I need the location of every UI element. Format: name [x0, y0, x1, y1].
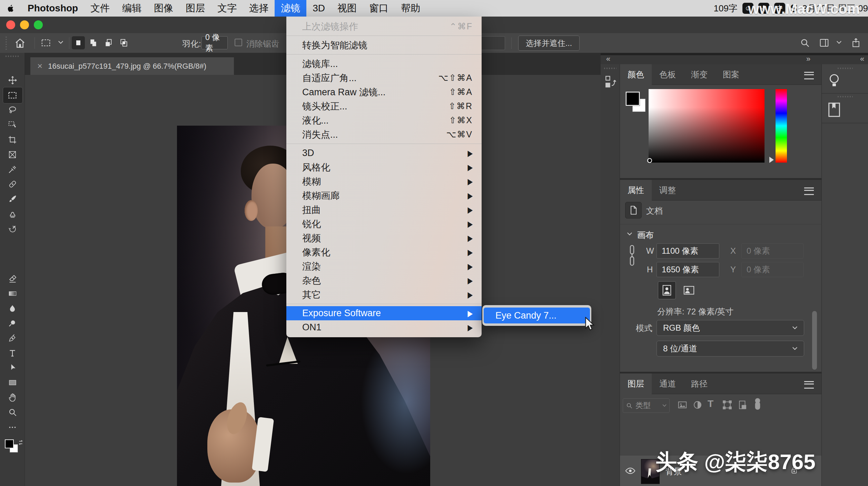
saturation-brightness-picker[interactable]	[649, 89, 765, 163]
antialias-checkbox[interactable]	[235, 39, 242, 46]
landscape-orientation-button[interactable]	[680, 281, 698, 299]
apple-menu[interactable]	[0, 0, 21, 17]
foreground-color-swatch[interactable]	[5, 439, 14, 448]
dock-gripper[interactable]	[604, 68, 617, 69]
tool-preset-chevron-icon[interactable]	[58, 41, 63, 44]
layers-panel-tab[interactable]: 通道	[652, 373, 683, 394]
expand-panels-icon[interactable]: »	[806, 55, 810, 64]
menu-bar-item[interactable]: 文件	[84, 0, 116, 17]
spot-healing-brush-tool[interactable]	[0, 177, 25, 192]
document-tab[interactable]: × 16sucai_p577c191_479.jpg @ 66.7%(RGB/8…	[30, 57, 234, 75]
workspace-chevron-icon[interactable]	[836, 41, 842, 44]
bit-depth-select[interactable]: 8 位/通道	[657, 341, 804, 357]
filter-menu-item[interactable]: 自适应广角... ⌥⇧⌘A ▶	[286, 71, 482, 85]
color-panel-tab[interactable]: 图案	[715, 64, 747, 85]
filter-menu-item[interactable]: Camera Raw 滤镜... ⇧⌘A ▶	[286, 85, 482, 99]
y-input[interactable]: 0 像素	[741, 262, 803, 277]
color-panel-tab[interactable]: 渐变	[683, 64, 715, 85]
filter-menu-item[interactable]: ON1 ▶	[286, 320, 482, 334]
filter-adjustment-layers-icon[interactable]	[692, 400, 703, 410]
crop-tool[interactable]	[0, 132, 25, 147]
collapsed-panel-icon[interactable]	[604, 75, 616, 90]
menu-bar-item[interactable]: 选择	[243, 0, 275, 17]
swap-colors-icon[interactable]	[17, 439, 25, 446]
filter-smart-objects-icon[interactable]	[737, 400, 748, 410]
zoom-tool[interactable]	[0, 405, 25, 420]
filter-menu-item[interactable]: ▶	[286, 33, 482, 38]
discover-lightbulb-icon[interactable]	[827, 72, 842, 90]
hue-slider[interactable]	[776, 89, 787, 163]
hand-tool[interactable]	[0, 390, 25, 405]
filter-menu-item[interactable]: 3D ▶	[286, 146, 482, 160]
type-tool[interactable]	[0, 346, 25, 360]
tab-close-icon[interactable]: ×	[37, 61, 42, 71]
layers-panel-tab[interactable]: 路径	[683, 373, 715, 394]
rectangle-tool[interactable]	[0, 375, 25, 390]
document-properties-icon[interactable]	[625, 202, 642, 218]
filter-menu-item[interactable]: 其它 ▶	[286, 288, 482, 302]
blur-tool[interactable]	[0, 301, 25, 316]
menu-bar-item[interactable]: 图层	[179, 0, 211, 17]
filter-menu-item[interactable]: 消失点... ⌥⌘V ▶	[286, 127, 482, 142]
search-icon[interactable]	[800, 38, 810, 48]
height-input[interactable]: 1650 像素	[657, 262, 719, 277]
filter-menu-item[interactable]: ▶	[286, 52, 482, 57]
filter-pixel-layers-icon[interactable]	[677, 400, 688, 410]
canvas-section-chevron-icon[interactable]	[627, 232, 632, 236]
rectangular-marquee-tool[interactable]	[0, 88, 25, 103]
frame-tool[interactable]	[0, 147, 25, 162]
properties-panel-tab[interactable]: 调整	[652, 180, 683, 201]
gradient-tool[interactable]	[0, 286, 25, 301]
feather-input[interactable]: 0 像素	[201, 36, 228, 49]
menu-bar-item[interactable]: 窗口	[363, 0, 395, 17]
filter-menu-item[interactable]: 像素化 ▶	[286, 245, 482, 259]
filter-menu-item[interactable]: Exposure Software ▶	[286, 306, 482, 320]
panel-menu-icon[interactable]	[804, 187, 814, 195]
filter-menu-item[interactable]: 滤镜库... ▶	[286, 57, 482, 71]
menu-bar-item[interactable]: 滤镜	[275, 0, 306, 17]
object-selection-tool[interactable]	[0, 117, 25, 132]
add-to-selection-mode-button[interactable]	[87, 36, 100, 49]
options-bar-gripper[interactable]	[6, 37, 7, 50]
x-input[interactable]: 0 像素	[741, 243, 803, 259]
filter-menu-item[interactable]: 模糊画廊 ▶	[286, 188, 482, 203]
menu-bar-item[interactable]: 视图	[331, 0, 363, 17]
dock-gripper[interactable]	[838, 68, 853, 69]
intersect-selection-mode-button[interactable]	[117, 36, 130, 49]
eye-candy-menu-item[interactable]: Eye Candy 7...	[484, 308, 590, 323]
color-mode-select[interactable]: RGB 颜色	[657, 320, 804, 336]
filter-menu-item[interactable]: 渲染 ▶	[286, 259, 482, 273]
filter-menu-item[interactable]: 视频 ▶	[286, 231, 482, 245]
filter-type-layers-icon[interactable]: T	[708, 398, 713, 409]
properties-panel-tab[interactable]: 属性	[620, 180, 652, 201]
filter-menu-item[interactable]: 转换为智能滤镜 ▶	[286, 38, 482, 52]
menu-bar-item[interactable]: 帮助	[395, 0, 426, 17]
eyedropper-tool[interactable]	[0, 162, 25, 177]
color-panel-tab[interactable]: 色板	[652, 64, 683, 85]
subtract-from-selection-mode-button[interactable]	[102, 36, 115, 49]
window-close-button[interactable]	[6, 20, 15, 29]
layer-filtering-toggle[interactable]	[754, 398, 761, 411]
hue-slider-thumb[interactable]	[769, 157, 774, 163]
width-input[interactable]: 1100 像素	[657, 243, 719, 259]
filter-menu-item[interactable]: 上次滤镜操作 ⌃⌘F ▶	[286, 19, 482, 33]
dodge-tool[interactable]	[0, 316, 25, 331]
window-zoom-button[interactable]	[34, 20, 43, 29]
eraser-tool[interactable]	[0, 271, 25, 286]
brush-tool[interactable]	[0, 192, 25, 206]
layers-panel-tab[interactable]: 图层	[620, 373, 652, 394]
collapse-panels-left-icon[interactable]: «	[606, 55, 610, 64]
path-selection-tool[interactable]	[0, 360, 25, 375]
color-picker-indicator[interactable]	[647, 158, 652, 163]
filter-menu-item[interactable]: 锐化 ▶	[286, 217, 482, 231]
libraries-icon[interactable]	[826, 101, 842, 119]
lasso-tool[interactable]	[0, 103, 25, 117]
color-panel-tab[interactable]: 颜色	[620, 64, 652, 85]
filter-menu-item[interactable]: 风格化 ▶	[286, 160, 482, 174]
move-tool[interactable]	[0, 73, 25, 88]
portrait-orientation-button[interactable]	[658, 281, 676, 299]
pen-tool[interactable]	[0, 331, 25, 346]
collapse-panels-right-icon[interactable]: «	[860, 55, 864, 64]
filter-menu-item[interactable]: 液化... ⇧⌘X ▶	[286, 113, 482, 127]
panel-menu-icon[interactable]	[804, 72, 814, 79]
